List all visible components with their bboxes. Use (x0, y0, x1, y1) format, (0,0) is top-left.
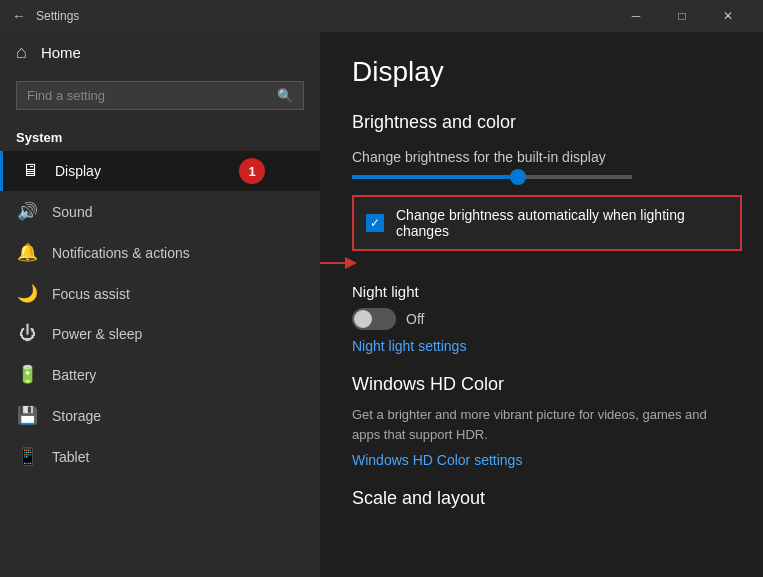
auto-brightness-text: Change brightness automatically when lig… (396, 207, 728, 239)
night-light-label: Night light (352, 283, 731, 300)
sidebar-item-display[interactable]: 🖥 Display 1 (0, 151, 320, 191)
brightness-section-title: Brightness and color (352, 112, 731, 133)
notifications-icon: 🔔 (16, 242, 38, 263)
app-body: ⌂ Home 🔍 System 🖥 Display 1 🔊 Sound 🔔 No… (0, 32, 763, 577)
notifications-label: Notifications & actions (52, 245, 190, 261)
brightness-slider[interactable] (352, 175, 632, 179)
search-icon: 🔍 (277, 88, 293, 103)
storage-icon: 💾 (16, 405, 38, 426)
hd-color-settings-link[interactable]: Windows HD Color settings (352, 452, 731, 468)
sidebar-item-tablet[interactable]: 📱 Tablet (0, 436, 320, 477)
annotation-1: 1 (239, 158, 265, 184)
tablet-icon: 📱 (16, 446, 38, 467)
tablet-label: Tablet (52, 449, 89, 465)
toggle-label: Off (406, 311, 424, 327)
hd-color-desc: Get a brighter and more vibrant picture … (352, 405, 731, 444)
night-light-section: Night light Off Night light settings (352, 283, 731, 354)
night-light-toggle[interactable] (352, 308, 396, 330)
brightness-slider-row (352, 175, 731, 179)
section-label: System (0, 126, 320, 151)
sidebar-item-battery[interactable]: 🔋 Battery (0, 354, 320, 395)
page-title: Display (352, 56, 731, 88)
home-icon: ⌂ (16, 42, 27, 63)
auto-brightness-checkbox[interactable]: ✓ (366, 214, 384, 232)
toggle-row: Off (352, 308, 731, 330)
search-input[interactable] (27, 88, 277, 103)
sidebar-item-focus[interactable]: 🌙 Focus assist (0, 273, 320, 314)
auto-brightness-row: ✓ Change brightness automatically when l… (352, 195, 742, 251)
sidebar: ⌂ Home 🔍 System 🖥 Display 1 🔊 Sound 🔔 No… (0, 32, 320, 577)
battery-icon: 🔋 (16, 364, 38, 385)
home-nav-item[interactable]: ⌂ Home (0, 32, 320, 73)
sound-label: Sound (52, 204, 92, 220)
sidebar-item-power[interactable]: ⏻ Power & sleep (0, 314, 320, 354)
power-icon: ⏻ (16, 324, 38, 344)
power-label: Power & sleep (52, 326, 142, 342)
back-button[interactable]: ← (12, 8, 26, 24)
sidebar-item-notifications[interactable]: 🔔 Notifications & actions (0, 232, 320, 273)
search-box: 🔍 (16, 81, 304, 110)
battery-label: Battery (52, 367, 96, 383)
title-bar: ← Settings ─ □ ✕ (0, 0, 763, 32)
focus-label: Focus assist (52, 286, 130, 302)
close-button[interactable]: ✕ (705, 0, 751, 32)
brightness-label: Change brightness for the built-in displ… (352, 149, 731, 165)
display-label: Display (55, 163, 101, 179)
home-label: Home (41, 44, 81, 61)
sidebar-item-sound[interactable]: 🔊 Sound (0, 191, 320, 232)
hd-color-title: Windows HD Color (352, 374, 731, 395)
display-icon: 🖥 (19, 161, 41, 181)
sidebar-item-storage[interactable]: 💾 Storage (0, 395, 320, 436)
arrow-2 (320, 253, 362, 273)
toggle-knob (354, 310, 372, 328)
night-light-settings-link[interactable]: Night light settings (352, 338, 731, 354)
focus-icon: 🌙 (16, 283, 38, 304)
content-area: Display Brightness and color Change brig… (320, 32, 763, 577)
scale-title: Scale and layout (352, 488, 731, 509)
sound-icon: 🔊 (16, 201, 38, 222)
maximize-button[interactable]: □ (659, 0, 705, 32)
storage-label: Storage (52, 408, 101, 424)
title-bar-text: Settings (36, 9, 79, 23)
window-controls: ─ □ ✕ (613, 0, 751, 32)
minimize-button[interactable]: ─ (613, 0, 659, 32)
